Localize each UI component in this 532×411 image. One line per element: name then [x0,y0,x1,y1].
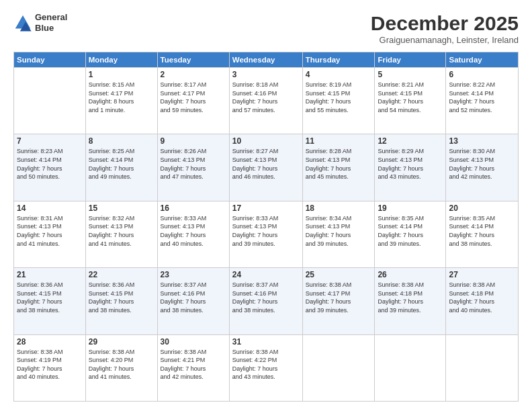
day-number: 29 [89,337,154,347]
calendar-cell: 24Sunrise: 8:37 AM Sunset: 4:16 PM Dayli… [229,268,302,334]
logo-text: General Blue [35,12,67,33]
column-header-saturday: Saturday [446,52,519,68]
header-row: SundayMondayTuesdayWednesdayThursdayFrid… [14,52,519,68]
calendar-cell: 26Sunrise: 8:38 AM Sunset: 4:18 PM Dayli… [375,268,446,334]
calendar-cell: 12Sunrise: 8:29 AM Sunset: 4:13 PM Dayli… [375,134,446,201]
day-number: 9 [161,136,226,146]
calendar-cell: 16Sunrise: 8:33 AM Sunset: 4:13 PM Dayli… [157,201,229,267]
day-info: Sunrise: 8:33 AM Sunset: 4:13 PM Dayligh… [232,215,279,247]
day-info: Sunrise: 8:25 AM Sunset: 4:14 PM Dayligh… [89,148,135,180]
calendar-cell: 15Sunrise: 8:32 AM Sunset: 4:13 PM Dayli… [85,201,157,267]
day-info: Sunrise: 8:15 AM Sunset: 4:17 PM Dayligh… [89,81,135,113]
day-info: Sunrise: 8:38 AM Sunset: 4:18 PM Dayligh… [449,281,495,314]
column-header-sunday: Sunday [14,52,86,68]
day-number: 7 [17,136,83,146]
day-number: 12 [378,136,443,146]
day-info: Sunrise: 8:17 AM Sunset: 4:17 PM Dayligh… [161,81,207,113]
day-number: 31 [232,337,300,347]
day-info: Sunrise: 8:26 AM Sunset: 4:13 PM Dayligh… [161,148,207,180]
calendar-cell: 5Sunrise: 8:21 AM Sunset: 4:15 PM Daylig… [375,68,446,134]
day-info: Sunrise: 8:38 AM Sunset: 4:18 PM Dayligh… [378,281,424,314]
day-number: 27 [449,270,515,279]
day-number: 19 [378,203,443,213]
calendar-cell: 1Sunrise: 8:15 AM Sunset: 4:17 PM Daylig… [85,68,157,134]
day-info: Sunrise: 8:38 AM Sunset: 4:17 PM Dayligh… [306,281,352,314]
day-number: 25 [306,270,372,279]
calendar-cell: 13Sunrise: 8:30 AM Sunset: 4:13 PM Dayli… [446,134,519,201]
day-info: Sunrise: 8:27 AM Sunset: 4:13 PM Dayligh… [232,148,279,180]
day-info: Sunrise: 8:32 AM Sunset: 4:13 PM Dayligh… [89,215,135,247]
day-info: Sunrise: 8:19 AM Sunset: 4:15 PM Dayligh… [306,81,352,113]
calendar-header: SundayMondayTuesdayWednesdayThursdayFrid… [14,52,519,68]
calendar-cell [14,68,86,134]
day-number: 6 [449,70,515,79]
day-number: 5 [378,70,443,79]
logo-icon [13,13,32,32]
main-title: December 2025 [371,12,519,35]
day-number: 13 [449,136,515,146]
day-number: 23 [161,270,226,279]
calendar-cell: 23Sunrise: 8:37 AM Sunset: 4:16 PM Dayli… [157,268,229,334]
calendar-cell [302,334,375,401]
calendar-cell: 22Sunrise: 8:36 AM Sunset: 4:15 PM Dayli… [85,268,157,334]
day-info: Sunrise: 8:28 AM Sunset: 4:13 PM Dayligh… [306,148,352,180]
logo-line2: Blue [35,23,67,34]
calendar-cell: 25Sunrise: 8:38 AM Sunset: 4:17 PM Dayli… [302,268,375,334]
calendar-cell: 27Sunrise: 8:38 AM Sunset: 4:18 PM Dayli… [446,268,519,334]
calendar-cell: 17Sunrise: 8:33 AM Sunset: 4:13 PM Dayli… [229,201,302,267]
week-row-5: 28Sunrise: 8:38 AM Sunset: 4:19 PM Dayli… [14,334,519,401]
calendar-cell: 30Sunrise: 8:38 AM Sunset: 4:21 PM Dayli… [157,334,229,401]
subtitle: Graiguenamanagh, Leinster, Ireland [371,35,519,45]
week-row-3: 14Sunrise: 8:31 AM Sunset: 4:13 PM Dayli… [14,201,519,267]
calendar-cell: 21Sunrise: 8:36 AM Sunset: 4:15 PM Dayli… [14,268,86,334]
day-info: Sunrise: 8:35 AM Sunset: 4:14 PM Dayligh… [449,215,495,247]
calendar-cell: 20Sunrise: 8:35 AM Sunset: 4:14 PM Dayli… [446,201,519,267]
logo-line1: General [35,12,67,23]
day-info: Sunrise: 8:34 AM Sunset: 4:13 PM Dayligh… [306,215,352,247]
day-number: 1 [89,70,154,79]
calendar-cell: 28Sunrise: 8:38 AM Sunset: 4:19 PM Dayli… [14,334,86,401]
day-info: Sunrise: 8:18 AM Sunset: 4:16 PM Dayligh… [232,81,279,113]
day-number: 8 [89,136,154,146]
day-info: Sunrise: 8:38 AM Sunset: 4:22 PM Dayligh… [232,349,279,381]
calendar-cell: 4Sunrise: 8:19 AM Sunset: 4:15 PM Daylig… [302,68,375,134]
day-info: Sunrise: 8:37 AM Sunset: 4:16 PM Dayligh… [232,281,279,314]
day-info: Sunrise: 8:36 AM Sunset: 4:15 PM Dayligh… [17,281,63,314]
calendar-cell: 9Sunrise: 8:26 AM Sunset: 4:13 PM Daylig… [157,134,229,201]
day-number: 14 [17,203,83,213]
day-number: 24 [232,270,300,279]
calendar-cell: 14Sunrise: 8:31 AM Sunset: 4:13 PM Dayli… [14,201,86,267]
calendar-cell: 6Sunrise: 8:22 AM Sunset: 4:14 PM Daylig… [446,68,519,134]
page: General Blue December 2025 Graiguenamana… [0,0,532,411]
calendar-cell: 8Sunrise: 8:25 AM Sunset: 4:14 PM Daylig… [85,134,157,201]
day-info: Sunrise: 8:31 AM Sunset: 4:13 PM Dayligh… [17,215,63,247]
day-number: 16 [161,203,226,213]
day-number: 4 [306,70,372,79]
column-header-thursday: Thursday [302,52,375,68]
day-number: 30 [161,337,226,347]
calendar-cell: 18Sunrise: 8:34 AM Sunset: 4:13 PM Dayli… [302,201,375,267]
calendar-cell: 29Sunrise: 8:38 AM Sunset: 4:20 PM Dayli… [85,334,157,401]
day-info: Sunrise: 8:36 AM Sunset: 4:15 PM Dayligh… [89,281,135,314]
week-row-4: 21Sunrise: 8:36 AM Sunset: 4:15 PM Dayli… [14,268,519,334]
day-info: Sunrise: 8:21 AM Sunset: 4:15 PM Dayligh… [378,81,424,113]
day-number: 17 [232,203,300,213]
calendar-cell: 11Sunrise: 8:28 AM Sunset: 4:13 PM Dayli… [302,134,375,201]
day-info: Sunrise: 8:37 AM Sunset: 4:16 PM Dayligh… [161,281,207,314]
day-number: 22 [89,270,154,279]
column-header-tuesday: Tuesday [157,52,229,68]
calendar-cell: 3Sunrise: 8:18 AM Sunset: 4:16 PM Daylig… [229,68,302,134]
day-number: 28 [17,337,83,347]
calendar-cell: 10Sunrise: 8:27 AM Sunset: 4:13 PM Dayli… [229,134,302,201]
title-block: December 2025 Graiguenamanagh, Leinster,… [371,12,519,45]
day-number: 18 [306,203,372,213]
day-info: Sunrise: 8:29 AM Sunset: 4:13 PM Dayligh… [378,148,424,180]
calendar-cell [375,334,446,401]
day-number: 21 [17,270,83,279]
header: General Blue December 2025 Graiguenamana… [13,12,519,45]
calendar-table: SundayMondayTuesdayWednesdayThursdayFrid… [13,52,519,402]
calendar-cell: 7Sunrise: 8:23 AM Sunset: 4:14 PM Daylig… [14,134,86,201]
day-info: Sunrise: 8:23 AM Sunset: 4:14 PM Dayligh… [17,148,63,180]
day-info: Sunrise: 8:35 AM Sunset: 4:14 PM Dayligh… [378,215,424,247]
calendar-cell: 19Sunrise: 8:35 AM Sunset: 4:14 PM Dayli… [375,201,446,267]
